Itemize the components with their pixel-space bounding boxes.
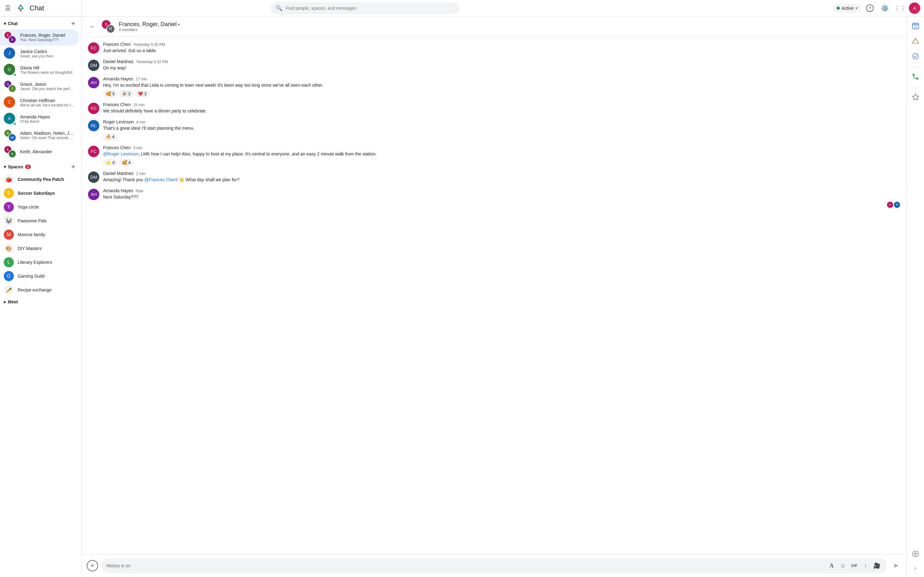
- format-text-button[interactable]: A: [827, 561, 837, 571]
- space-item-space-3[interactable]: Y Yoga circle: [0, 200, 79, 214]
- message-text: Amazing! Thank you @Frances Chen! 👋 What…: [103, 177, 900, 183]
- message-content: Daniel Martinez 2 min Amazing! Thank you…: [103, 171, 900, 183]
- reaction-pill[interactable]: ❤️2: [135, 90, 149, 97]
- message-sender: Frances Chen: [103, 42, 131, 47]
- avatar-single: G: [4, 64, 16, 76]
- video-button[interactable]: 🎥: [872, 561, 882, 571]
- chat-list-item-chat-6[interactable]: A Amanda Hayes I'll be there!: [0, 111, 79, 127]
- message-input-box[interactable]: History is on A ☺ GIF: [101, 558, 887, 573]
- reaction-pill[interactable]: 🌟3: [103, 159, 117, 166]
- reaction-emoji: 🥰: [122, 160, 127, 165]
- message-text: Just arrived. Got us a table.: [103, 47, 900, 54]
- chat-list-item-chat-8[interactable]: K A Keith, Alexander: [0, 143, 79, 160]
- header-search-area: 🔍 Active ▾ ? ⚙️ ⋮⋮ A: [82, 0, 924, 16]
- chat-item-preview: Jason: Did you watch the performan ...: [20, 87, 75, 91]
- chat-item-info: Adam, Madison, Helen, Jeffrey Helen: Oh …: [20, 131, 75, 140]
- space-item-space-7[interactable]: L Literary Explorers: [0, 255, 79, 269]
- message-time: 8 min: [136, 120, 145, 124]
- help-button[interactable]: ?: [864, 2, 876, 15]
- gif-button[interactable]: GIF: [849, 561, 859, 571]
- chat-list-item-chat-3[interactable]: G Gloria Hill The flowers were so though…: [0, 62, 79, 78]
- reaction-pill[interactable]: 🎉2: [119, 90, 133, 97]
- svg-rect-4: [914, 23, 914, 24]
- emoji-button[interactable]: ☺: [838, 561, 848, 571]
- expand-button[interactable]: ›: [910, 562, 921, 574]
- spaces-list: 🍅 Community Pea Patch S Soccer Saturdays…: [0, 172, 81, 297]
- send-button[interactable]: ➤: [890, 560, 901, 571]
- search-input[interactable]: [286, 6, 454, 11]
- reaction-pill[interactable]: 🥰3: [103, 90, 117, 97]
- message-content: Amanda Hayes Now Next Saturday??? F R: [103, 188, 900, 208]
- message-group: DM Daniel Martinez 2 min Amazing! Thank …: [88, 171, 900, 183]
- message-sender: Daniel Martinez: [103, 59, 134, 64]
- chat-section-header[interactable]: ▾ Chat +: [0, 17, 81, 29]
- message-meta: Frances Chen 5 min: [103, 145, 900, 150]
- user-avatar[interactable]: A: [909, 3, 920, 14]
- meet-section[interactable]: ▸ Meet: [0, 297, 81, 307]
- message-avatar: AH: [88, 77, 99, 88]
- message-meta: Daniel Martinez Yesterday 5:32 PM: [103, 59, 900, 64]
- new-space-button[interactable]: +: [69, 163, 78, 171]
- chat-item-info: Janice Castro Great, see you then.: [20, 49, 75, 58]
- new-chat-button[interactable]: +: [69, 19, 78, 28]
- message-text: We should definitely have a dinner party…: [103, 108, 900, 114]
- settings-button[interactable]: ⚙️: [879, 2, 891, 15]
- mention-link[interactable]: @Frances Chen: [144, 177, 176, 182]
- search-bar[interactable]: 🔍: [271, 2, 459, 14]
- message-content: Amanda Hayes 17 min Hey, I'm so excited …: [103, 76, 900, 97]
- space-item-space-5[interactable]: M Monroe family: [0, 228, 79, 242]
- tasks-icon-button[interactable]: [909, 50, 922, 63]
- active-status-button[interactable]: Active ▾: [833, 4, 861, 13]
- spaces-section-header[interactable]: ▾ Spaces 2 +: [0, 160, 81, 172]
- chat-header-avatar: F R: [102, 20, 115, 33]
- avatar-group: K A: [4, 145, 16, 158]
- reaction-emoji: 🌟: [106, 160, 111, 165]
- space-name: Literary Explorers: [18, 260, 52, 265]
- drive-icon-button[interactable]: [909, 35, 922, 47]
- mention-link[interactable]: @Roger Levinson: [103, 152, 138, 156]
- space-item-space-4[interactable]: 🐼 Pawsome Pals: [0, 214, 79, 228]
- star-icon-button[interactable]: [909, 91, 922, 103]
- space-name: Soccer Saturdays: [18, 191, 55, 196]
- meet-section-label: Meet: [8, 299, 18, 305]
- format-text-icon: A: [830, 562, 834, 569]
- chat-list-item-chat-4[interactable]: G J Grace, Jason Jason: Did you watch th…: [0, 78, 79, 95]
- calendar-icon-button[interactable]: 31: [909, 20, 922, 32]
- seen-avatar: F: [887, 201, 893, 208]
- add-attachment-button[interactable]: +: [87, 560, 98, 571]
- hamburger-icon[interactable]: ☰: [4, 3, 12, 13]
- chat-item-name: Christian Hoffman: [20, 98, 75, 103]
- message-content: Frances Chen 15 min We should definitely…: [103, 102, 900, 114]
- message-avatar: FC: [88, 103, 99, 114]
- space-name: Community Pea Patch: [18, 177, 64, 182]
- space-item-space-2[interactable]: S Soccer Saturdays: [0, 186, 79, 200]
- reaction-pill[interactable]: 🥰4: [119, 159, 133, 166]
- chat-list-item-chat-7[interactable]: A M Adam, Madison, Helen, Jeffrey Helen:…: [0, 127, 79, 143]
- seen-avatars: F R: [103, 201, 900, 208]
- apps-button[interactable]: ⋮⋮: [894, 2, 906, 15]
- space-name: DIY Masters: [18, 246, 42, 251]
- chat-list-item-chat-1[interactable]: F R Frances, Roger, Daniel You: Next Sat…: [0, 29, 79, 45]
- space-icon: 🥕: [4, 285, 14, 295]
- chat-list-item-chat-2[interactable]: J Janice Castro Great, see you then.: [0, 45, 79, 62]
- space-item-space-6[interactable]: 🎨 DIY Masters: [0, 242, 79, 255]
- reaction-emoji: 🔥: [106, 134, 111, 139]
- spaces-badge: 2: [25, 164, 31, 169]
- chat-item-info: Frances, Roger, Daniel You: Next Saturda…: [20, 33, 75, 42]
- chat-list-item-chat-5[interactable]: C Christian Hoffman We're all set. He's …: [0, 95, 79, 111]
- svg-point-1: [20, 10, 22, 11]
- space-item-space-9[interactable]: 🥕 Recipe exchange: [0, 283, 79, 297]
- message-time: 2 min: [136, 171, 145, 176]
- upload-button[interactable]: ↑: [861, 561, 871, 571]
- meet-icon-button[interactable]: [909, 70, 922, 83]
- message-text: That's a great idea! I'll start planning…: [103, 125, 900, 132]
- back-button[interactable]: ←: [87, 21, 98, 32]
- space-item-space-1[interactable]: 🍅 Community Pea Patch: [0, 172, 79, 186]
- reaction-pill[interactable]: 🔥4: [103, 134, 117, 140]
- message-time: Yesterday 5:32 PM: [136, 60, 168, 64]
- space-item-space-8[interactable]: G Gaming Guild: [0, 269, 79, 283]
- chat-header-name[interactable]: Frances, Roger, Daniel ▾: [119, 21, 901, 27]
- chat-item-info: Gloria Hill The flowers were so thoughtf…: [20, 65, 75, 75]
- add-app-button[interactable]: [909, 548, 922, 560]
- message-avatar: FC: [88, 42, 99, 54]
